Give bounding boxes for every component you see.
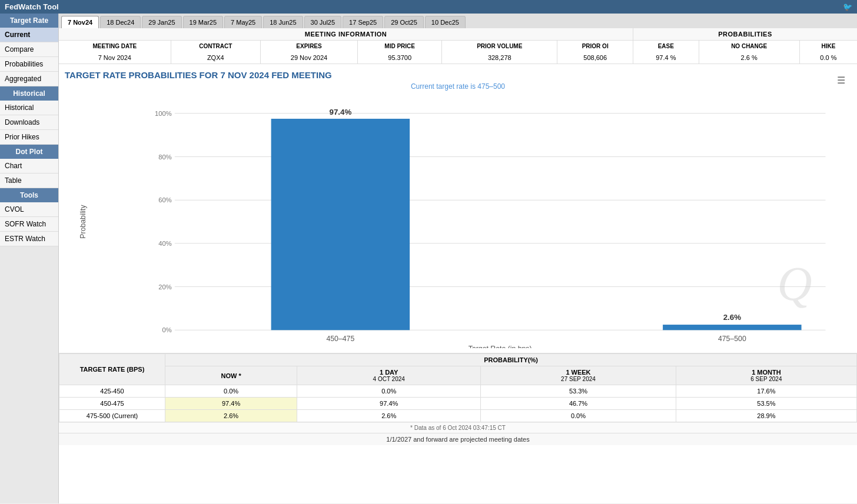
tab-10dec25[interactable]: 10 Dec25 [425,16,466,28]
tab-17sep25[interactable]: 17 Sep25 [343,16,383,28]
val-mid-price: 95.3700 [358,52,442,64]
sidebar-header-target-rate[interactable]: Target Rate [0,14,58,28]
val-hike: 0.0 % [799,52,857,64]
projected-note: 1/1/2027 and forward are projected meeti… [59,433,857,445]
meeting-info-title: MEETING INFORMATION [59,28,633,41]
val-no-change: 2.6 % [699,52,799,64]
svg-text:40%: 40% [158,240,172,247]
rate-450-475: 450-475 [59,398,165,410]
col-expires: EXPIRES [260,41,357,52]
sidebar-item-cvol[interactable]: CVOL [0,202,58,217]
twitter-icon: 🐦 [843,2,852,11]
probabilities-section: PROBABILITIES EASE NO CHANGE HIKE 97.4 % [633,28,857,64]
sidebar-header-tools[interactable]: Tools [0,188,58,202]
bar-label-475-500: 2.6% [723,313,741,322]
probabilities-title: PROBABILITIES [633,28,857,41]
chart-wrapper: Probability 0% 20% 40% 60% 80% [65,95,851,348]
col-no-change: NO CHANGE [699,41,799,52]
rate-425-450: 425-450 [59,385,165,398]
col-1day-header: 1 DAY 4 OCT 2024 [297,366,481,385]
col-ease: EASE [633,41,699,52]
bar-chart-svg: Probability 0% 20% 40% 60% 80% [65,95,851,348]
sidebar-header-dot-plot[interactable]: Dot Plot [0,145,58,159]
sidebar-item-estr-watch[interactable]: ESTR Watch [0,232,58,246]
probabilities-table: EASE NO CHANGE HIKE 97.4 % 2.6 % 0.0 % [633,41,857,64]
1month-450-475: 53.5% [676,398,856,410]
now-475-500: 2.6% [165,410,297,422]
table-row: 450-475 97.4% 97.4% 46.7% 53.5% [59,398,857,410]
val-prior-volume: 328,278 [442,52,557,64]
col-prior-volume: PRIOR VOLUME [442,41,557,52]
x-axis-label: Target Rate (in bps) [469,345,532,348]
table-row: 425-450 0.0% 0.0% 53.3% 17.6% [59,385,857,398]
1month-425-450: 17.6% [676,385,856,398]
now-450-475: 97.4% [165,398,297,410]
now-425-450: 0.0% [165,385,297,398]
chart-subtitle: Current target rate is 475–500 [65,82,851,91]
tab-7nov24[interactable]: 7 Nov24 [61,16,99,28]
sidebar-item-probabilities[interactable]: Probabilities [0,57,58,72]
sidebar-item-historical[interactable]: Historical [0,101,58,115]
tab-29oct25[interactable]: 29 Oct25 [384,16,424,28]
svg-text:60%: 60% [158,196,172,203]
sidebar-item-aggregated[interactable]: Aggregated [0,72,58,86]
svg-text:0%: 0% [162,326,171,333]
chart-area: TARGET RATE PROBABILITIES FOR 7 NOV 2024… [59,64,857,348]
col-now-header: NOW * [165,366,297,385]
chart-menu-icon[interactable]: ☰ [837,75,845,86]
col-target-rate-header: TARGET RATE (BPS) [59,354,165,385]
col-hike: HIKE [799,41,857,52]
prob-percent-header: PROBABILITY(%) [165,354,857,366]
chart-title-area: TARGET RATE PROBABILITIES FOR 7 NOV 2024… [65,70,851,80]
app-title: FedWatch Tool [5,2,59,11]
table-row: 475-500 (Current) 2.6% 2.6% 0.0% 28.9% [59,410,857,422]
col-contract: CONTRACT [171,41,260,52]
meeting-info-container: MEETING INFORMATION MEETING DATE CONTRAC… [59,28,857,64]
sidebar-item-chart[interactable]: Chart [0,159,58,173]
bar-x-label-450-475: 450–475 [326,335,354,343]
probability-table: TARGET RATE (BPS) PROBABILITY(%) NOW * 1… [59,353,857,422]
meeting-info-section: MEETING INFORMATION MEETING DATE CONTRAC… [59,28,633,64]
val-meeting-date: 7 Nov 2024 [59,52,171,64]
col-1week-header: 1 WEEK 27 SEP 2024 [481,366,676,385]
bar-label-450-475: 97.4% [330,108,352,116]
rate-475-500: 475-500 (Current) [59,410,165,422]
bar-x-label-475-500: 475–500 [718,335,746,343]
val-ease: 97.4 % [633,52,699,64]
sidebar-item-table[interactable]: Table [0,173,58,188]
content-area: MEETING INFORMATION MEETING DATE CONTRAC… [59,28,857,503]
col-meeting-date: MEETING DATE [59,41,171,52]
val-prior-oi: 508,606 [557,52,633,64]
1week-425-450: 53.3% [481,385,676,398]
col-1month-header: 1 MONTH 6 SEP 2024 [676,366,856,385]
tabs-bar: 7 Nov24 18 Dec24 29 Jan25 19 Mar25 7 May… [59,14,857,28]
topbar: FedWatch Tool 🐦 [0,0,857,14]
tab-18dec24[interactable]: 18 Dec24 [100,16,141,28]
1day-450-475: 97.4% [297,398,481,410]
val-contract: ZQX4 [171,52,260,64]
y-axis-label: Probability [79,205,87,239]
tab-7may25[interactable]: 7 May25 [224,16,262,28]
sidebar-header-historical[interactable]: Historical [0,86,58,101]
tab-18jun25[interactable]: 18 Jun25 [263,16,303,28]
sidebar-item-sofr-watch[interactable]: SOFR Watch [0,217,58,232]
1day-475-500: 2.6% [297,410,481,422]
sidebar-item-prior-hikes[interactable]: Prior Hikes [0,130,58,145]
svg-text:80%: 80% [158,153,172,161]
tab-19mar25[interactable]: 19 Mar25 [183,16,223,28]
1week-450-475: 46.7% [481,398,676,410]
meeting-info-table: MEETING DATE CONTRACT EXPIRES MID PRICE … [59,41,633,64]
col-mid-price: MID PRICE [358,41,442,52]
sidebar-item-current[interactable]: Current [0,28,58,42]
tab-29jan25[interactable]: 29 Jan25 [142,16,181,28]
svg-text:20%: 20% [158,283,172,291]
footnote: * Data as of 6 Oct 2024 03:47:15 CT [59,422,857,433]
1week-475-500: 0.0% [481,410,676,422]
bar-450-475[interactable] [271,119,410,330]
bar-475-500[interactable] [663,325,801,330]
sidebar-item-compare[interactable]: Compare [0,42,58,57]
tab-30jul25[interactable]: 30 Jul25 [304,16,342,28]
val-expires: 29 Nov 2024 [260,52,357,64]
sidebar-item-downloads[interactable]: Downloads [0,115,58,130]
main-content: 7 Nov24 18 Dec24 29 Jan25 19 Mar25 7 May… [59,14,857,503]
